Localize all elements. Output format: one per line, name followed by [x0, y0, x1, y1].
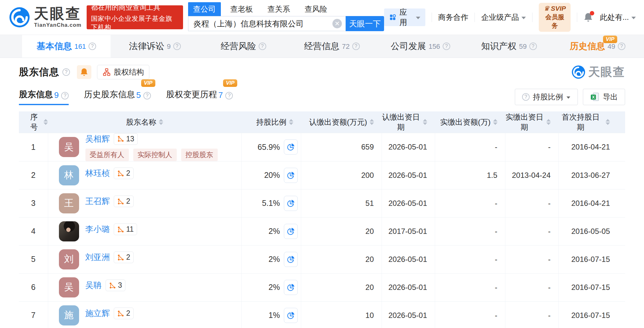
- related-companies-badge[interactable]: 11: [114, 223, 137, 235]
- tab-count: 161: [74, 42, 86, 51]
- search-type-tab[interactable]: 查关系: [262, 2, 295, 16]
- pie-chart-icon-button[interactable]: [284, 196, 298, 211]
- network-icon: [117, 135, 124, 142]
- tab-label: 知识产权: [481, 40, 516, 52]
- pie-chart-icon-button[interactable]: [284, 224, 298, 239]
- column-header-label: 序号: [27, 112, 41, 132]
- tab-label: 法律诉讼: [129, 40, 164, 52]
- search-type-tab[interactable]: 查老板: [225, 2, 258, 16]
- related-count: 2: [126, 197, 130, 206]
- related-companies-badge[interactable]: 3: [106, 280, 126, 291]
- nav-enterprise-label: 企业级产品: [481, 12, 519, 22]
- help-icon[interactable]: ?: [352, 42, 360, 50]
- sub-tab[interactable]: 股权变更历程 7 VIP ?: [166, 89, 233, 105]
- help-icon[interactable]: ?: [443, 42, 450, 50]
- related-companies-badge[interactable]: 2: [114, 195, 134, 207]
- related-companies-badge[interactable]: 2: [114, 167, 134, 179]
- pie-chart-icon-button[interactable]: [284, 308, 298, 323]
- shareholder-avatar[interactable]: 吴: [59, 277, 79, 297]
- holding-ratio-dropdown[interactable]: ? 持股比例: [515, 89, 578, 105]
- sub-tab[interactable]: 历史股东信息 5 VIP ?: [84, 89, 151, 105]
- chevron-down-icon: [416, 17, 420, 19]
- related-companies-badge[interactable]: 13: [114, 133, 138, 145]
- search-button[interactable]: 天眼一下: [346, 16, 384, 31]
- subscribed-amount: 200: [301, 161, 382, 189]
- shareholder-avatar[interactable]: 施: [59, 305, 79, 325]
- first-holding-date: 2016-07-15: [558, 273, 625, 301]
- subtab-label: 股权变更历程: [166, 89, 217, 100]
- shareholder-avatar[interactable]: 吴: [59, 137, 79, 157]
- help-icon[interactable]: ?: [618, 42, 625, 50]
- shareholder-name-link[interactable]: 吴聃: [85, 280, 102, 291]
- ad-banner[interactable]: 都在用的商业查询工具 国家中小企业发展子基金旗下机构: [87, 5, 183, 29]
- main-tab[interactable]: 历史信息 49 VIP ?: [553, 35, 642, 58]
- main-tab[interactable]: 法律诉讼 9 ?: [111, 35, 199, 58]
- network-icon: [109, 282, 116, 289]
- shareholder-avatar[interactable]: 林: [59, 165, 79, 185]
- equity-structure-button[interactable]: 股权结构: [97, 65, 149, 79]
- subscribe-bell-button[interactable]: [77, 65, 91, 79]
- main-tab[interactable]: 知识产权 59 ?: [465, 35, 553, 58]
- user-menu[interactable]: 此处有...: [600, 12, 636, 22]
- site-logo[interactable]: 天眼查 TianYanCha.com: [9, 6, 82, 28]
- main-tab[interactable]: 经营信息 72 ?: [288, 35, 376, 58]
- pie-chart-icon-button[interactable]: [284, 280, 298, 295]
- column-header-label: 认缴出资额(万元): [309, 117, 367, 127]
- paid-date: -: [505, 133, 558, 161]
- pie-chart-icon-button[interactable]: [284, 139, 298, 155]
- apps-menu-button[interactable]: 应用: [384, 8, 425, 26]
- pie-chart-icon-button[interactable]: [284, 168, 298, 183]
- sort-icon[interactable]: [493, 119, 497, 125]
- shareholder-name-link[interactable]: 吴相辉: [85, 133, 110, 144]
- help-icon[interactable]: ?: [62, 68, 70, 76]
- ad-banner-line1: 都在用的商业查询工具: [91, 3, 179, 12]
- help-icon[interactable]: ?: [61, 92, 69, 99]
- section-title: 股东信息: [19, 65, 59, 79]
- main-tab[interactable]: 经营风险 ?: [199, 35, 288, 58]
- help-icon[interactable]: ?: [143, 92, 151, 99]
- sort-icon[interactable]: [606, 119, 610, 125]
- subscribed-date: 2026-05-01: [382, 301, 435, 328]
- clear-search-icon[interactable]: ✕: [332, 19, 342, 28]
- sort-icon[interactable]: [159, 119, 163, 125]
- sort-icon[interactable]: [370, 119, 374, 125]
- shareholder-name-link[interactable]: 施立辉: [85, 308, 110, 319]
- main-tab[interactable]: 公司发展 156 ?: [376, 35, 465, 58]
- svip-membership-button[interactable]: ♛ SVIP 会员服务: [539, 3, 571, 32]
- search-type-tab[interactable]: 查公司: [188, 2, 221, 16]
- shareholder-photo[interactable]: [59, 221, 79, 241]
- related-companies-badge[interactable]: 2: [114, 252, 134, 263]
- sort-icon[interactable]: [289, 119, 293, 125]
- shareholder-name-link[interactable]: 刘亚洲: [85, 252, 110, 263]
- sort-icon[interactable]: [43, 119, 48, 125]
- tab-count: 156: [428, 42, 440, 51]
- shareholder-name-link[interactable]: 林珏桢: [85, 168, 110, 179]
- sort-icon[interactable]: [546, 119, 551, 125]
- shareholder-name-link[interactable]: 王召辉: [85, 196, 110, 207]
- nav-cooperation[interactable]: 商务合作: [438, 12, 468, 22]
- shareholder-avatar[interactable]: 王: [59, 193, 79, 213]
- search-input[interactable]: [193, 19, 333, 28]
- help-icon[interactable]: ?: [225, 92, 233, 99]
- notifications-bell-button[interactable]: [584, 12, 593, 22]
- crown-icon: ♛: [543, 5, 549, 12]
- related-companies-badge[interactable]: 2: [114, 308, 134, 319]
- pie-chart-icon-button[interactable]: [284, 252, 298, 267]
- export-button[interactable]: X 导出: [583, 89, 625, 105]
- apps-grid-icon: [389, 13, 396, 21]
- nav-enterprise-products[interactable]: 企业级产品: [481, 12, 526, 22]
- help-icon[interactable]: ?: [173, 42, 181, 50]
- help-icon[interactable]: ?: [89, 42, 96, 50]
- help-icon[interactable]: ?: [259, 42, 266, 50]
- help-icon[interactable]: ?: [529, 42, 537, 50]
- shareholder-section: 股东信息 ? 股权结构 天眼查: [0, 58, 644, 328]
- equity-structure-label: 股权结构: [114, 67, 144, 77]
- shareholder-avatar[interactable]: 刘: [59, 249, 79, 269]
- row-index: 4: [19, 217, 48, 245]
- main-tab[interactable]: 基本信息 161 ?: [22, 35, 111, 58]
- sub-tab[interactable]: 股东信息 9 ?: [19, 89, 69, 105]
- shareholder-name-link[interactable]: 李小璐: [85, 224, 110, 235]
- search-type-tab[interactable]: 查风险: [300, 2, 332, 16]
- sort-icon[interactable]: [423, 119, 427, 125]
- subscribed-date: 2026-05-01: [382, 189, 435, 217]
